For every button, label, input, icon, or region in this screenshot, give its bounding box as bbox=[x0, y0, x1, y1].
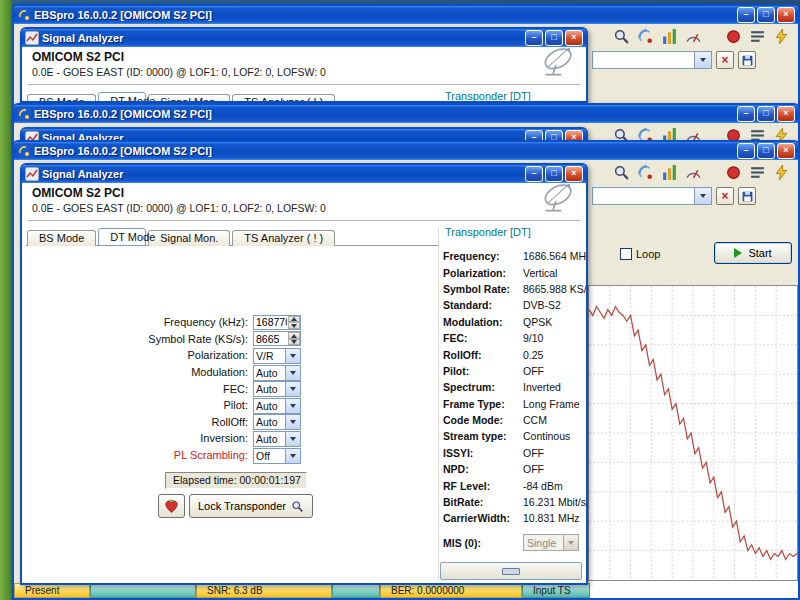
save-button[interactable] bbox=[738, 187, 756, 205]
spin-up-icon bbox=[291, 334, 297, 338]
transponder-combobox[interactable] bbox=[592, 51, 712, 69]
pilot-select[interactable]: Auto bbox=[253, 398, 301, 414]
field-label-inversion: Inversion: bbox=[22, 432, 253, 444]
transponder-row: Code Mode:CCM bbox=[443, 412, 584, 428]
chart-icon[interactable] bbox=[661, 28, 678, 45]
minimize-button[interactable]: – bbox=[737, 7, 755, 23]
mis-0-select[interactable]: Single bbox=[523, 534, 579, 551]
tp-value-fec: 9/10 bbox=[523, 332, 584, 344]
maximize-button[interactable]: □ bbox=[757, 143, 775, 159]
dropdown-arrow-icon[interactable] bbox=[285, 349, 300, 363]
transponder-combobox[interactable] bbox=[592, 187, 712, 205]
title-bar[interactable]: EBSpro 16.0.0.2 [OMICOM S2 PCI] – □ × bbox=[14, 6, 798, 24]
rolloff-select[interactable]: Auto bbox=[253, 414, 301, 430]
window-controls: – □ × bbox=[737, 143, 795, 159]
combobox-arrow-icon[interactable] bbox=[694, 52, 711, 68]
transponder-row: Symbol Rate:8665.988 KS/s bbox=[443, 281, 584, 297]
dropdown-arrow-icon[interactable] bbox=[285, 366, 300, 380]
form-row: Frequency (kHz): bbox=[22, 314, 306, 331]
device-name: OMICOM S2 PCI bbox=[32, 50, 124, 64]
tab-bs-mode[interactable]: BS Mode bbox=[27, 230, 96, 246]
app-icon bbox=[17, 8, 31, 22]
dropdown-arrow-icon[interactable] bbox=[285, 432, 300, 446]
meter-icon[interactable] bbox=[685, 164, 702, 181]
tab-signal-mon[interactable]: Signal Mon. bbox=[148, 94, 230, 103]
inversion-select[interactable]: Auto bbox=[253, 431, 301, 447]
window-title: EBSpro 16.0.0.2 [OMICOM S2 PCI] bbox=[34, 9, 734, 21]
title-bar[interactable]: Signal Analyzer – □ × bbox=[22, 29, 586, 47]
symbol-rate-ks-s-spinner bbox=[253, 331, 301, 346]
antenna-icon[interactable] bbox=[637, 164, 654, 181]
tab-ts-analyzer[interactable]: TS Analyzer ( ! ) bbox=[232, 94, 335, 103]
floppy-icon bbox=[741, 190, 754, 203]
title-bar[interactable]: Signal Analyzer – □ × bbox=[22, 165, 586, 183]
antenna-icon[interactable] bbox=[637, 28, 654, 45]
maximize-button[interactable]: □ bbox=[757, 106, 775, 122]
playlist-icon[interactable] bbox=[749, 28, 766, 45]
minimize-panel-icon bbox=[502, 568, 520, 575]
transponder-panel-title: Transponder [DT] bbox=[445, 226, 531, 238]
signal-health-button[interactable] bbox=[158, 494, 185, 518]
tab-dt-mode[interactable]: DT Mode bbox=[98, 228, 146, 246]
record-icon[interactable] bbox=[725, 28, 742, 45]
dropdown-arrow-icon[interactable] bbox=[285, 449, 300, 463]
satellite-info: 0.0E - GOES EAST (ID: 0000) @ LOF1: 0, L… bbox=[32, 66, 326, 78]
lock-transponder-button[interactable]: Lock Transponder bbox=[189, 494, 313, 518]
transponder-info-list: Frequency:1686.564 MHzPolarization:Verti… bbox=[443, 248, 584, 551]
delete-button[interactable]: × bbox=[716, 51, 734, 69]
zoom-icon[interactable] bbox=[613, 164, 630, 181]
transponder-row: RF Level:-84 dBm bbox=[443, 477, 584, 493]
pilot-field: Auto bbox=[253, 398, 301, 413]
dropdown-arrow-icon[interactable] bbox=[285, 399, 300, 413]
tab-dt-mode[interactable]: DT Mode bbox=[98, 92, 146, 103]
dropdown-arrow-icon[interactable] bbox=[285, 382, 300, 396]
form-row: Polarization:V/R bbox=[22, 347, 306, 364]
satellite-dish-icon bbox=[536, 180, 578, 214]
minimize-button[interactable]: – bbox=[737, 106, 755, 122]
tab-signal-mon[interactable]: Signal Mon. bbox=[148, 230, 230, 246]
transponder-row: RollOff:0.25 bbox=[443, 346, 584, 362]
window-title: Signal Analyzer bbox=[42, 32, 522, 44]
tab-bs-mode[interactable]: BS Mode bbox=[27, 94, 96, 103]
close-button[interactable]: × bbox=[777, 106, 795, 122]
transponder-row: Standard:DVB-S2 bbox=[443, 297, 584, 313]
fec-select[interactable]: Auto bbox=[253, 381, 301, 397]
loop-checkbox[interactable] bbox=[620, 248, 632, 260]
modulation-value: Auto bbox=[254, 367, 285, 379]
tp-label-frame-type: Frame Type: bbox=[443, 398, 523, 410]
spin-down-button[interactable] bbox=[288, 322, 300, 329]
record-icon[interactable] bbox=[725, 164, 742, 181]
close-button[interactable]: × bbox=[777, 143, 795, 159]
status-ber: BER: 0.0000000 bbox=[380, 583, 522, 598]
tab-ts-analyzer[interactable]: TS Analyzer ( ! ) bbox=[232, 230, 335, 246]
modulation-select[interactable]: Auto bbox=[253, 365, 301, 381]
spin-down-button[interactable] bbox=[288, 339, 300, 346]
maximize-button[interactable]: □ bbox=[757, 7, 775, 23]
save-button[interactable] bbox=[738, 51, 756, 69]
minimize-button[interactable]: – bbox=[737, 143, 755, 159]
pl-scrambling-select[interactable]: Off bbox=[253, 448, 301, 464]
dropdown-arrow-icon[interactable] bbox=[285, 415, 300, 429]
title-bar[interactable]: EBSpro 16.0.0.2 [OMICOM S2 PCI] – □ × bbox=[14, 142, 798, 160]
tp-label-modulation: Modulation: bbox=[443, 316, 523, 328]
chart-icon[interactable] bbox=[661, 164, 678, 181]
close-button[interactable]: × bbox=[777, 7, 795, 23]
form-row: FEC:Auto bbox=[22, 380, 306, 397]
playlist-icon[interactable] bbox=[749, 164, 766, 181]
field-label-fec: FEC: bbox=[22, 383, 253, 395]
polarization-select[interactable]: V/R bbox=[253, 348, 301, 364]
transponder-row: Stream type:Continous bbox=[443, 428, 584, 444]
zoom-icon[interactable] bbox=[613, 28, 630, 45]
spin-up-icon bbox=[291, 317, 297, 321]
tp-value-polarization: Vertical bbox=[523, 267, 584, 279]
title-bar[interactable]: EBSpro 16.0.0.2 [OMICOM S2 PCI] – □ × bbox=[14, 105, 798, 123]
status-spacer-1 bbox=[90, 583, 196, 598]
panel-toggle-button[interactable] bbox=[440, 562, 582, 580]
delete-button[interactable]: × bbox=[716, 187, 734, 205]
tp-value-spectrum: Inverted bbox=[523, 381, 584, 393]
bolt-icon[interactable] bbox=[773, 28, 790, 45]
combobox-arrow-icon[interactable] bbox=[694, 188, 711, 204]
meter-icon[interactable] bbox=[685, 28, 702, 45]
start-button[interactable]: Start bbox=[714, 242, 792, 264]
bolt-icon[interactable] bbox=[773, 164, 790, 181]
